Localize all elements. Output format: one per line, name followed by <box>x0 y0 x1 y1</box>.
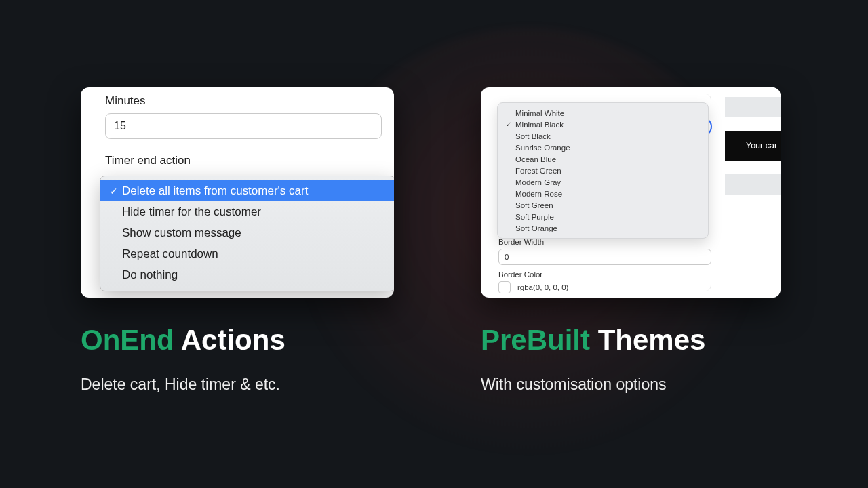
headline-onend-actions: OnEnd Actions <box>81 324 285 357</box>
timer-end-option[interactable]: ✓Repeat countdown <box>100 243 394 264</box>
theme-option[interactable]: ✓Modern Rose <box>498 188 708 199</box>
border-color-row: rgba(0, 0, 0, 0) <box>498 281 568 293</box>
theme-option[interactable]: ✓Forest Green <box>498 165 708 176</box>
border-color-value: rgba(0, 0, 0, 0) <box>517 283 568 291</box>
headline-rest: Actions <box>174 324 285 356</box>
border-width-input[interactable] <box>498 249 711 265</box>
border-width-label: Border Width <box>498 238 544 246</box>
timer-end-action-dropdown[interactable]: ✓Delete all items from customer's cart✓H… <box>100 176 394 291</box>
headline-prebuilt-themes: PreBuilt Themes <box>481 324 705 357</box>
theme-option[interactable]: ✓Ocean Blue <box>498 153 708 165</box>
option-label: Repeat countdown <box>122 247 218 261</box>
check-icon: ✓ <box>110 186 119 197</box>
border-color-swatch[interactable] <box>498 281 511 293</box>
theme-option[interactable]: ✓Modern Gray <box>498 176 708 188</box>
option-label: Show custom message <box>122 226 241 240</box>
theme-option[interactable]: ✓Soft Black <box>498 130 708 142</box>
theme-label: Minimal White <box>515 109 564 117</box>
theme-option[interactable]: ✓Soft Green <box>498 199 708 211</box>
option-label: Delete all items from customer's cart <box>122 184 308 198</box>
option-label: Do nothing <box>122 268 178 282</box>
check-icon: ✓ <box>506 121 513 128</box>
preview-placeholder-bar <box>725 174 781 195</box>
theme-option[interactable]: ✓Minimal Black <box>498 119 708 130</box>
theme-option[interactable]: ✓Minimal White <box>498 107 708 119</box>
theme-preview-pane: Your car <box>718 87 781 298</box>
theme-label: Soft Orange <box>515 224 557 232</box>
minutes-input[interactable] <box>105 113 382 139</box>
subline-onend: Delete cart, Hide timer & etc. <box>81 375 280 394</box>
prebuilt-themes-card: Your car ✓Minimal White✓Minimal Black✓So… <box>481 87 781 298</box>
preview-placeholder-bar <box>725 97 781 117</box>
theme-label: Modern Rose <box>515 190 562 198</box>
theme-option[interactable]: ✓Soft Orange <box>498 222 708 234</box>
theme-label: Soft Purple <box>515 213 554 221</box>
timer-end-option[interactable]: ✓Do nothing <box>100 264 394 285</box>
preview-timer-text: Your car <box>746 141 777 150</box>
theme-label: Minimal Black <box>515 121 564 129</box>
onend-actions-card: Minutes Timer end action ✓Delete all ite… <box>81 87 394 298</box>
headline-accent: PreBuilt <box>481 324 590 356</box>
timer-end-action-label: Timer end action <box>81 139 394 173</box>
timer-end-option[interactable]: ✓Delete all items from customer's cart <box>100 180 394 201</box>
theme-label: Ocean Blue <box>515 155 556 163</box>
theme-option[interactable]: ✓Sunrise Orange <box>498 142 708 153</box>
theme-label: Soft Black <box>515 132 551 140</box>
border-color-label: Border Color <box>498 270 542 279</box>
preview-timer-bar: Your car <box>725 131 781 161</box>
timer-end-option[interactable]: ✓Hide timer for the customer <box>100 201 394 222</box>
option-label: Hide timer for the customer <box>122 205 261 219</box>
theme-settings-panel: ✓Minimal White✓Minimal Black✓Soft Black✓… <box>488 94 711 291</box>
headline-rest: Themes <box>590 324 705 356</box>
theme-label: Soft Green <box>515 201 553 209</box>
timer-end-option[interactable]: ✓Show custom message <box>100 222 394 243</box>
theme-select-dropdown[interactable]: ✓Minimal White✓Minimal Black✓Soft Black✓… <box>497 102 709 239</box>
subline-prebuilt: With customisation options <box>481 375 667 394</box>
minutes-label: Minutes <box>81 87 394 108</box>
theme-label: Sunrise Orange <box>515 144 570 152</box>
headline-accent: OnEnd <box>81 324 174 356</box>
theme-option[interactable]: ✓Soft Purple <box>498 211 708 222</box>
theme-label: Modern Gray <box>515 178 561 186</box>
theme-label: Forest Green <box>515 167 561 175</box>
